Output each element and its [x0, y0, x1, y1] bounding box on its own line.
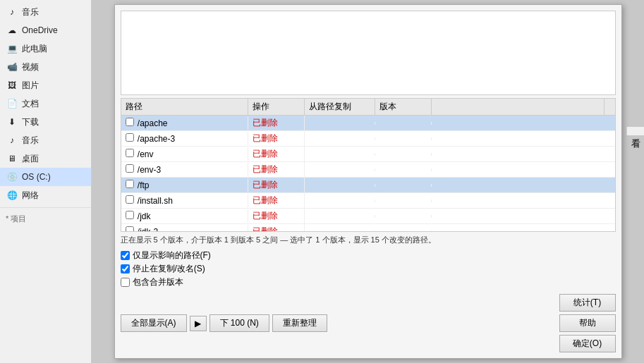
row-op: 已删除	[248, 131, 305, 146]
row-path: /jdk-2	[121, 225, 248, 231]
row-checkbox[interactable]	[126, 149, 134, 157]
sidebar-label-downloads: 下载	[22, 116, 39, 128]
scrollbar-header	[604, 99, 615, 115]
sidebar-item-music[interactable]: ♪ 音乐	[0, 3, 91, 21]
log-message-area	[121, 11, 616, 95]
desktop-icon: 🖥	[6, 152, 18, 165]
show-all-button[interactable]: 全部显示(A)	[121, 314, 187, 332]
right-panel-label: 看看	[626, 127, 644, 135]
row-ver	[375, 199, 432, 202]
main-area: 路径 操作 从路径复制 版本 /apache 已删除	[92, 0, 644, 363]
row-checkbox[interactable]	[126, 133, 134, 142]
row-copy	[305, 122, 375, 125]
table-row[interactable]: /env-3 已删除	[121, 162, 615, 178]
row-copy	[305, 137, 375, 140]
table-row[interactable]: /apache 已删除	[121, 116, 615, 131]
row-ver	[375, 168, 432, 171]
table-row[interactable]: /jdk-2 已删除	[121, 224, 615, 231]
file-explorer-sidebar: ♪ 音乐 ☁ OneDrive 💻 此电脑 📹 视频 🖼 图片 📄 文档 ⬇ 下…	[0, 0, 92, 363]
thispc-icon: 💻	[6, 42, 18, 55]
row-ver	[375, 230, 432, 232]
include-merge-checkbox[interactable]	[121, 278, 130, 287]
options-area: 仅显示影响的路径(F) 停止在复制/改名(S) 包含合并版本	[115, 248, 621, 291]
option-include-merge[interactable]: 包含合并版本	[121, 276, 616, 288]
sidebar-label-desktop: 桌面	[22, 153, 39, 165]
arrow-button[interactable]: ▶	[190, 316, 207, 331]
sidebar-label-network: 网络	[22, 190, 39, 202]
row-path: /ftp	[121, 178, 248, 192]
sidebar-item-music2[interactable]: ♪ 音乐	[0, 131, 91, 149]
changed-paths-table: 路径 操作 从路径复制 版本 /apache 已删除	[121, 98, 616, 232]
row-op: 已删除	[248, 116, 305, 130]
sidebar-item-onedrive[interactable]: ☁ OneDrive	[0, 21, 91, 39]
sidebar-item-network[interactable]: 🌐 网络	[0, 186, 91, 204]
sidebar-label-thispc: 此电脑	[22, 43, 47, 55]
reorganize-button[interactable]: 重新整理	[272, 314, 327, 332]
show-affected-label: 仅显示影响的路径(F)	[133, 250, 211, 262]
row-checkbox[interactable]	[126, 226, 134, 231]
col-header-ver: 版本	[375, 99, 432, 115]
sidebar-item-desktop[interactable]: 🖥 桌面	[0, 149, 91, 168]
sidebar-label-music2: 音乐	[22, 135, 39, 147]
sidebar-item-docs[interactable]: 📄 文档	[0, 94, 91, 113]
stop-copy-checkbox[interactable]	[121, 264, 130, 273]
status-bar: 正在显示 5 个版本，介于版本 1 到版本 5 之间 — 选中了 1 个版本，显…	[115, 232, 621, 248]
row-ver	[375, 184, 432, 187]
sidebar-label-video: 视频	[22, 61, 39, 73]
row-checkbox[interactable]	[126, 195, 134, 204]
row-op: 已删除	[248, 209, 305, 223]
stop-copy-label: 停止在复制/改名(S)	[133, 263, 205, 275]
next-100-button[interactable]: 下 100 (N)	[209, 314, 269, 332]
sidebar-item-video[interactable]: 📹 视频	[0, 58, 91, 76]
buttons-area: 全部显示(A) ▶ 下 100 (N) 重新整理 统计(T) 帮助 确定(O)	[115, 291, 621, 358]
table-row[interactable]: /apache-3 已删除	[121, 131, 615, 147]
row-checkbox[interactable]	[126, 211, 134, 219]
row-op: 已删除	[248, 147, 305, 161]
row-ver	[375, 215, 432, 218]
show-affected-checkbox[interactable]	[121, 251, 130, 260]
left-button-group: 全部显示(A) ▶ 下 100 (N) 重新整理	[121, 314, 555, 332]
row-checkbox[interactable]	[126, 118, 134, 126]
help-button[interactable]: 帮助	[559, 314, 616, 332]
network-icon: 🌐	[6, 189, 18, 202]
row-copy	[305, 168, 375, 171]
include-merge-label: 包含合并版本	[133, 276, 183, 288]
sidebar-label-pictures: 图片	[22, 80, 39, 92]
col-header-spacer	[432, 99, 604, 115]
row-copy	[305, 184, 375, 187]
row-checkbox[interactable]	[126, 180, 134, 188]
table-row[interactable]: /ftp 已删除	[121, 178, 615, 193]
table-row[interactable]: /env 已删除	[121, 147, 615, 162]
downloads-icon: ⬇	[6, 116, 18, 128]
svn-log-dialog: 路径 操作 从路径复制 版本 /apache 已删除	[114, 4, 622, 359]
sidebar-item-pictures[interactable]: 🖼 图片	[0, 76, 91, 94]
row-ver	[375, 137, 432, 140]
table-row[interactable]: /install.sh 已删除	[121, 193, 615, 209]
sidebar-label-onedrive: OneDrive	[22, 25, 58, 35]
table-row[interactable]: /jdk 已删除	[121, 209, 615, 224]
row-op: 已删除	[248, 193, 305, 208]
sidebar-label-docs: 文档	[22, 98, 39, 110]
sidebar-item-osc[interactable]: 💿 OS (C:)	[0, 168, 91, 186]
option-show-affected[interactable]: 仅显示影响的路径(F)	[121, 250, 616, 262]
sidebar-label-osc: OS (C:)	[22, 172, 51, 182]
col-header-path: 路径	[121, 99, 248, 115]
osc-icon: 💿	[6, 171, 18, 183]
music2-icon: ♪	[6, 134, 18, 147]
music-icon: ♪	[6, 6, 18, 18]
option-stop-copy[interactable]: 停止在复制/改名(S)	[121, 263, 616, 275]
row-path: /jdk	[121, 209, 248, 223]
sidebar-item-downloads[interactable]: ⬇ 下载	[0, 113, 91, 131]
row-ver	[375, 122, 432, 125]
status-text: 正在显示 5 个版本，介于版本 1 到版本 5 之间 — 选中了 1 个版本，显…	[121, 235, 436, 244]
row-path: /apache-3	[121, 132, 248, 145]
row-checkbox[interactable]	[126, 164, 134, 173]
row-copy	[305, 199, 375, 202]
sidebar-item-thispc[interactable]: 💻 此电脑	[0, 39, 91, 58]
table-body[interactable]: /apache 已删除 /apache-3 已删除	[121, 116, 615, 231]
col-header-op: 操作	[248, 99, 305, 115]
ok-button[interactable]: 确定(O)	[559, 335, 616, 352]
table-header: 路径 操作 从路径复制 版本	[121, 99, 615, 116]
row-path: /install.sh	[121, 194, 248, 207]
stats-button[interactable]: 统计(T)	[559, 294, 616, 312]
